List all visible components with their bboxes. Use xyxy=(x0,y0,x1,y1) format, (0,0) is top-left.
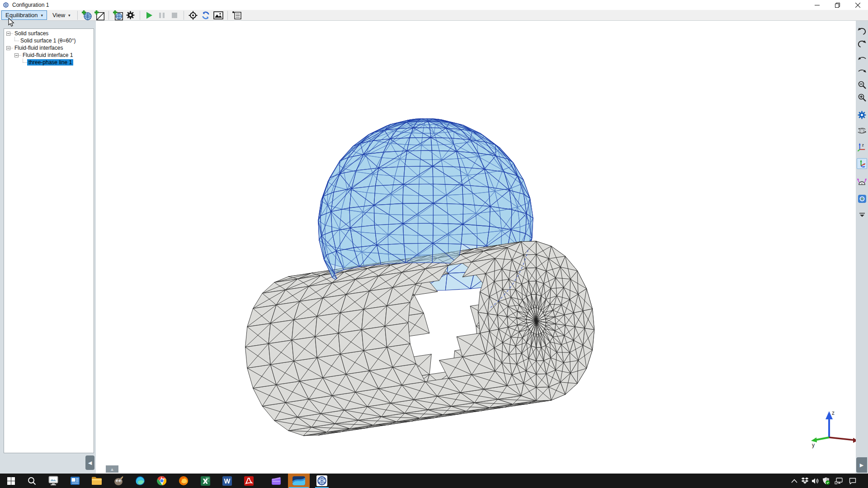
more-tools-icon[interactable] xyxy=(857,210,867,221)
snapshot-icon[interactable] xyxy=(212,10,224,20)
tree-expander-icon[interactable] xyxy=(6,46,10,50)
volume-icon[interactable] xyxy=(811,477,819,485)
undo-icon[interactable] xyxy=(857,26,867,37)
toolbar: Equilibration ▾ View ▾ xyxy=(0,10,868,21)
run-icon[interactable] xyxy=(143,10,155,20)
tree-expander-icon[interactable] xyxy=(6,32,10,36)
action-center-icon[interactable] xyxy=(849,477,857,485)
equilibration-menu-label: Equilibration xyxy=(5,12,38,19)
zoom-in-icon[interactable] xyxy=(857,92,867,103)
tree-connector xyxy=(14,37,19,41)
undo-small-icon[interactable] xyxy=(857,53,867,64)
start-button[interactable] xyxy=(5,475,16,486)
tree-item-fluid-fluid-interfaces[interactable]: Fluid-fluid interfaces xyxy=(4,44,94,52)
windows-taskbar xyxy=(0,474,868,488)
translate-axes-icon[interactable] xyxy=(857,158,867,169)
simulation-scene[interactable] xyxy=(96,21,856,474)
tree-item-three-phase-line-1[interactable]: three-phase line 1 xyxy=(4,59,94,66)
defender-icon[interactable] xyxy=(822,477,830,485)
tree-expander-icon[interactable] xyxy=(14,53,19,57)
tree-connector xyxy=(23,59,27,63)
firefox-app[interactable] xyxy=(178,475,189,486)
photo-viewer-app[interactable] xyxy=(48,475,59,486)
view-menu-button[interactable]: View ▾ xyxy=(48,10,74,20)
svg-text:z: z xyxy=(862,143,864,147)
align-axis-z-icon[interactable]: z xyxy=(857,142,867,153)
tree-item-label: Solid surface 1 (θ=60°) xyxy=(19,38,77,44)
title-bar: Configuration 1 xyxy=(0,0,868,10)
edge-app[interactable] xyxy=(135,475,146,486)
toolbar-separator xyxy=(227,11,228,20)
search-button[interactable] xyxy=(26,475,37,486)
tree-item-label: Fluid-fluid interfaces xyxy=(13,45,64,51)
toolbar-separator xyxy=(77,11,78,20)
tree-item-label-selected: three-phase line 1 xyxy=(27,59,73,66)
viewport-3d[interactable]: z y x xyxy=(96,21,856,474)
chrome-app[interactable] xyxy=(156,475,167,486)
scroll-up-button[interactable]: ▲ xyxy=(106,465,118,473)
redo-small-icon[interactable] xyxy=(857,66,867,77)
properties-icon[interactable] xyxy=(231,10,243,20)
tree-item-label: Fluid-fluid interface 1 xyxy=(21,52,74,58)
close-button[interactable] xyxy=(848,0,868,10)
simulation-app[interactable] xyxy=(316,475,327,486)
settings-gear-icon[interactable] xyxy=(125,10,137,20)
tree-item-solid-surface-1-60[interactable]: Solid surface 1 (θ=60°) xyxy=(4,37,94,44)
axis-gizmo: z y x xyxy=(809,408,856,454)
add-surface-icon[interactable] xyxy=(81,10,93,20)
tree-item-solid-surfaces[interactable]: Solid surfaces xyxy=(4,30,94,37)
app-logo-icon xyxy=(3,2,9,9)
main-content: Solid surfacesSolid surface 1 (θ=60°)Flu… xyxy=(0,21,868,474)
stop-icon[interactable] xyxy=(169,10,180,20)
excel-app[interactable] xyxy=(200,475,211,486)
chevron-down-icon: ▾ xyxy=(68,13,71,18)
minimize-button[interactable] xyxy=(807,0,827,10)
rotate-3d-icon[interactable] xyxy=(857,126,867,136)
view-menu-label: View xyxy=(52,12,65,19)
axis-label-y: y xyxy=(812,442,815,448)
axis-label-z: z xyxy=(832,410,835,416)
tree-item-fluid-fluid-interface-1[interactable]: Fluid-fluid interface 1 xyxy=(4,52,94,59)
network-icon[interactable] xyxy=(835,477,843,485)
model-tree-panel: Solid surfacesSolid surface 1 (θ=60°)Flu… xyxy=(4,28,94,453)
dropbox-icon[interactable] xyxy=(801,477,809,485)
tree-item-label: Solid surfaces xyxy=(13,30,50,37)
toolbar-separator xyxy=(140,11,140,20)
word-app[interactable] xyxy=(222,475,232,486)
chevron-down-icon: ▾ xyxy=(41,13,43,18)
file-explorer-app[interactable] xyxy=(91,475,102,486)
restore-button[interactable] xyxy=(827,0,848,10)
collapse-panel-right-button[interactable]: ▶ xyxy=(856,457,867,473)
collapse-panel-left-button[interactable]: ◀ xyxy=(85,455,94,470)
zoom-out-icon[interactable] xyxy=(857,80,867,90)
add-interface-icon[interactable] xyxy=(94,10,105,20)
center-view-icon[interactable] xyxy=(187,10,199,20)
toolbar-separator xyxy=(184,11,184,20)
app-window: Configuration 1 Equilibration ▾ View ▾ xyxy=(0,0,868,488)
acrobat-app[interactable] xyxy=(243,475,254,486)
tray-expand-icon[interactable] xyxy=(790,477,798,485)
gimp-app[interactable] xyxy=(113,475,124,486)
view-tools-rail: z xyxy=(856,21,868,474)
redo-icon[interactable] xyxy=(857,39,867,50)
add-body-icon[interactable] xyxy=(112,10,124,20)
probe-icon[interactable] xyxy=(857,193,867,204)
clipchamp-app[interactable] xyxy=(271,475,282,486)
wallpaper-app[interactable] xyxy=(288,474,310,488)
view-settings-gear-icon[interactable] xyxy=(857,109,867,120)
refresh-icon[interactable] xyxy=(200,10,212,20)
equilibration-menu-button[interactable]: Equilibration ▾ xyxy=(1,10,47,20)
toolbar-separator xyxy=(108,11,109,20)
contact-angle-icon[interactable] xyxy=(857,176,867,187)
mail-app[interactable] xyxy=(70,475,80,486)
window-title: Configuration 1 xyxy=(12,2,49,8)
pause-icon[interactable] xyxy=(156,10,168,20)
